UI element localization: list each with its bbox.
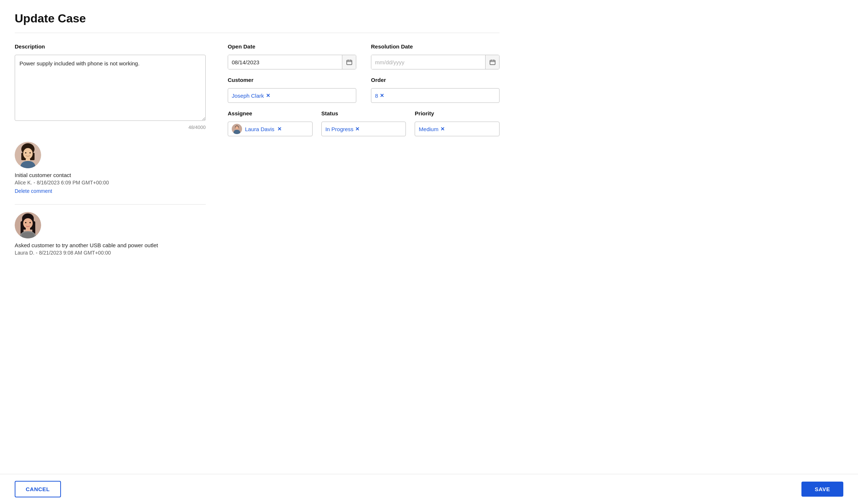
order-field: Order 8 ✕ [371, 77, 500, 103]
assignee-tag-container[interactable]: Laura Davis ✕ [228, 122, 313, 136]
comment-text-1: Initial customer contact [15, 172, 206, 178]
customer-tag: Joseph Clark ✕ [232, 93, 270, 99]
order-value: 8 [375, 93, 378, 99]
assignee-name: Laura Davis [245, 126, 274, 132]
open-date-calendar-button[interactable] [342, 55, 356, 69]
page-title: Update Case [15, 12, 500, 25]
svg-point-3 [23, 148, 33, 159]
description-label: Description [15, 43, 206, 50]
customer-label: Customer [228, 77, 356, 83]
svg-rect-16 [26, 228, 30, 231]
resolution-date-input[interactable] [371, 55, 485, 69]
priority-label: Priority [415, 110, 500, 116]
form-layout: Description Power supply included with p… [15, 43, 500, 266]
comment-avatar-1 [15, 142, 41, 168]
status-tag: In Progress ✕ [325, 126, 360, 132]
resolution-date-input-container [371, 55, 500, 69]
comment-item-2: Asked customer to try another USB cable … [15, 212, 206, 256]
priority-field: Priority Medium ✕ [415, 110, 500, 136]
save-button[interactable]: SAVE [801, 482, 843, 497]
svg-rect-18 [347, 60, 352, 65]
assignee-status-priority-row: Assignee Laura Davis ✕ [228, 110, 500, 136]
status-remove-button[interactable]: ✕ [355, 126, 360, 132]
open-date-label: Open Date [228, 43, 356, 50]
order-remove-button[interactable]: ✕ [380, 93, 384, 98]
svg-point-29 [235, 126, 239, 130]
order-label: Order [371, 77, 500, 83]
delete-comment-button-1[interactable]: Delete comment [15, 188, 52, 194]
order-tag-container[interactable]: 8 ✕ [371, 88, 500, 103]
status-tag-container[interactable]: In Progress ✕ [321, 122, 406, 136]
comment-avatar-2 [15, 212, 41, 238]
resolution-date-field: Resolution Date [371, 43, 500, 69]
assignee-field: Assignee Laura Davis ✕ [228, 110, 313, 136]
description-textarea[interactable]: Power supply included with phone is not … [15, 55, 206, 121]
priority-value: Medium [419, 126, 438, 132]
comment-meta-1: Alice K. - 8/16/2023 6:09 PM GMT+00:00 [15, 180, 206, 186]
left-column: Description Power supply included with p… [15, 43, 206, 266]
open-date-field: Open Date [228, 43, 356, 69]
status-field: Status In Progress ✕ [321, 110, 406, 136]
svg-point-15 [29, 222, 31, 223]
comment-divider [15, 204, 206, 205]
customer-order-row: Customer Joseph Clark ✕ Order 8 ✕ [228, 77, 500, 103]
svg-point-4 [25, 152, 26, 154]
dates-row: Open Date Res [228, 43, 500, 69]
svg-rect-22 [490, 60, 495, 65]
svg-point-5 [29, 152, 31, 154]
order-tag: 8 ✕ [375, 93, 384, 99]
right-column: Open Date Res [228, 43, 500, 136]
assignee-avatar [232, 124, 242, 134]
svg-point-14 [25, 222, 26, 223]
resolution-date-label: Resolution Date [371, 43, 500, 50]
open-date-input-container [228, 55, 356, 69]
comment-text-2: Asked customer to try another USB cable … [15, 242, 206, 248]
svg-point-13 [23, 218, 33, 228]
priority-tag: Medium ✕ [419, 126, 444, 132]
status-value: In Progress [325, 126, 354, 132]
priority-tag-container[interactable]: Medium ✕ [415, 122, 500, 136]
footer-bar: CANCEL SAVE [0, 474, 858, 504]
cancel-button[interactable]: CANCEL [15, 481, 61, 497]
customer-remove-button[interactable]: ✕ [266, 93, 270, 98]
resolution-date-calendar-button[interactable] [485, 55, 499, 69]
customer-tag-container[interactable]: Joseph Clark ✕ [228, 88, 356, 103]
description-field: Description Power supply included with p… [15, 43, 206, 130]
char-count: 48/4000 [15, 125, 206, 130]
customer-name: Joseph Clark [232, 93, 264, 99]
comment-meta-2: Laura D. - 8/21/2023 9:08 AM GMT+00:00 [15, 250, 206, 256]
comment-item: Initial customer contact Alice K. - 8/16… [15, 142, 206, 194]
assignee-label: Assignee [228, 110, 313, 116]
customer-field: Customer Joseph Clark ✕ [228, 77, 356, 103]
assignee-remove-button[interactable]: ✕ [277, 126, 282, 132]
status-label: Status [321, 110, 406, 116]
priority-remove-button[interactable]: ✕ [440, 126, 445, 132]
comments-section: Initial customer contact Alice K. - 8/16… [15, 142, 206, 256]
header-divider [15, 33, 500, 33]
open-date-input[interactable] [228, 55, 342, 69]
